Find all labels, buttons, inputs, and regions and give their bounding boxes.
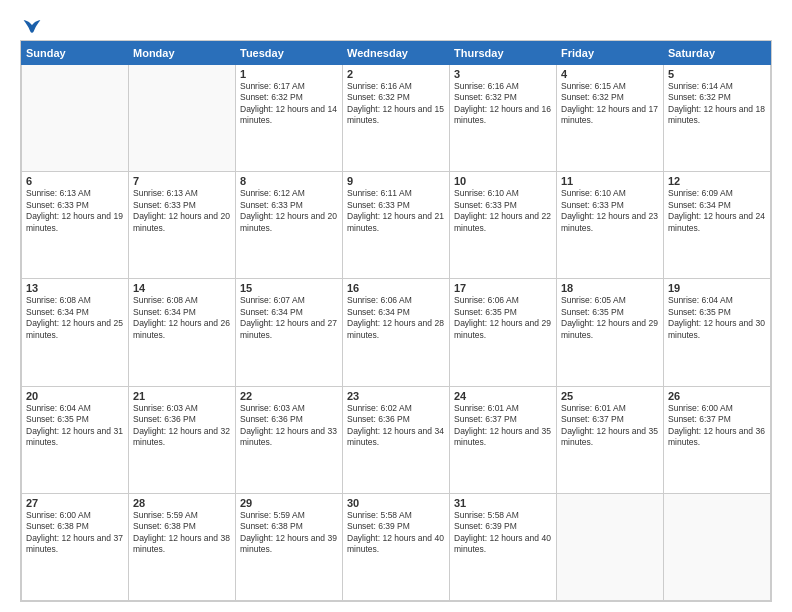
day-info: Sunrise: 6:10 AMSunset: 6:33 PMDaylight:… — [561, 188, 659, 234]
calendar-cell: 6Sunrise: 6:13 AMSunset: 6:33 PMDaylight… — [22, 172, 129, 279]
day-info: Sunrise: 6:12 AMSunset: 6:33 PMDaylight:… — [240, 188, 338, 234]
day-number: 21 — [133, 390, 231, 402]
logo-bird-icon — [22, 16, 42, 36]
day-info: Sunrise: 6:03 AMSunset: 6:36 PMDaylight:… — [240, 403, 338, 449]
day-info: Sunrise: 6:03 AMSunset: 6:36 PMDaylight:… — [133, 403, 231, 449]
calendar-cell: 19Sunrise: 6:04 AMSunset: 6:35 PMDayligh… — [664, 279, 771, 386]
calendar-cell: 18Sunrise: 6:05 AMSunset: 6:35 PMDayligh… — [557, 279, 664, 386]
calendar-cell: 5Sunrise: 6:14 AMSunset: 6:32 PMDaylight… — [664, 65, 771, 172]
day-number: 29 — [240, 497, 338, 509]
calendar-cell: 16Sunrise: 6:06 AMSunset: 6:34 PMDayligh… — [343, 279, 450, 386]
day-number: 5 — [668, 68, 766, 80]
col-monday: Monday — [129, 42, 236, 65]
day-info: Sunrise: 6:16 AMSunset: 6:32 PMDaylight:… — [347, 81, 445, 127]
day-number: 16 — [347, 282, 445, 294]
calendar-cell: 20Sunrise: 6:04 AMSunset: 6:35 PMDayligh… — [22, 386, 129, 493]
day-info: Sunrise: 6:09 AMSunset: 6:34 PMDaylight:… — [668, 188, 766, 234]
day-info: Sunrise: 6:11 AMSunset: 6:33 PMDaylight:… — [347, 188, 445, 234]
day-number: 20 — [26, 390, 124, 402]
page: Sunday Monday Tuesday Wednesday Thursday… — [0, 0, 792, 612]
calendar-cell: 12Sunrise: 6:09 AMSunset: 6:34 PMDayligh… — [664, 172, 771, 279]
day-number: 30 — [347, 497, 445, 509]
calendar-cell: 14Sunrise: 6:08 AMSunset: 6:34 PMDayligh… — [129, 279, 236, 386]
calendar-cell: 30Sunrise: 5:58 AMSunset: 6:39 PMDayligh… — [343, 493, 450, 600]
calendar-cell: 31Sunrise: 5:58 AMSunset: 6:39 PMDayligh… — [450, 493, 557, 600]
col-friday: Friday — [557, 42, 664, 65]
header-row: Sunday Monday Tuesday Wednesday Thursday… — [22, 42, 771, 65]
day-info: Sunrise: 6:14 AMSunset: 6:32 PMDaylight:… — [668, 81, 766, 127]
day-number: 2 — [347, 68, 445, 80]
day-number: 19 — [668, 282, 766, 294]
day-info: Sunrise: 6:13 AMSunset: 6:33 PMDaylight:… — [133, 188, 231, 234]
calendar-cell: 8Sunrise: 6:12 AMSunset: 6:33 PMDaylight… — [236, 172, 343, 279]
calendar-cell — [22, 65, 129, 172]
calendar-cell: 2Sunrise: 6:16 AMSunset: 6:32 PMDaylight… — [343, 65, 450, 172]
calendar-cell: 28Sunrise: 5:59 AMSunset: 6:38 PMDayligh… — [129, 493, 236, 600]
calendar-cell: 1Sunrise: 6:17 AMSunset: 6:32 PMDaylight… — [236, 65, 343, 172]
day-info: Sunrise: 5:58 AMSunset: 6:39 PMDaylight:… — [347, 510, 445, 556]
day-number: 1 — [240, 68, 338, 80]
calendar-cell: 21Sunrise: 6:03 AMSunset: 6:36 PMDayligh… — [129, 386, 236, 493]
calendar-cell — [664, 493, 771, 600]
calendar-cell: 26Sunrise: 6:00 AMSunset: 6:37 PMDayligh… — [664, 386, 771, 493]
day-number: 17 — [454, 282, 552, 294]
week-row-1: 1Sunrise: 6:17 AMSunset: 6:32 PMDaylight… — [22, 65, 771, 172]
day-info: Sunrise: 6:08 AMSunset: 6:34 PMDaylight:… — [26, 295, 124, 341]
day-info: Sunrise: 6:17 AMSunset: 6:32 PMDaylight:… — [240, 81, 338, 127]
day-number: 4 — [561, 68, 659, 80]
day-info: Sunrise: 6:04 AMSunset: 6:35 PMDaylight:… — [668, 295, 766, 341]
calendar-cell: 9Sunrise: 6:11 AMSunset: 6:33 PMDaylight… — [343, 172, 450, 279]
day-number: 7 — [133, 175, 231, 187]
calendar-cell: 24Sunrise: 6:01 AMSunset: 6:37 PMDayligh… — [450, 386, 557, 493]
day-number: 9 — [347, 175, 445, 187]
week-row-2: 6Sunrise: 6:13 AMSunset: 6:33 PMDaylight… — [22, 172, 771, 279]
day-info: Sunrise: 6:01 AMSunset: 6:37 PMDaylight:… — [454, 403, 552, 449]
day-number: 26 — [668, 390, 766, 402]
calendar-table: Sunday Monday Tuesday Wednesday Thursday… — [21, 41, 771, 601]
day-info: Sunrise: 5:58 AMSunset: 6:39 PMDaylight:… — [454, 510, 552, 556]
day-info: Sunrise: 6:01 AMSunset: 6:37 PMDaylight:… — [561, 403, 659, 449]
day-number: 24 — [454, 390, 552, 402]
calendar-body: 1Sunrise: 6:17 AMSunset: 6:32 PMDaylight… — [22, 65, 771, 601]
day-info: Sunrise: 6:02 AMSunset: 6:36 PMDaylight:… — [347, 403, 445, 449]
day-number: 13 — [26, 282, 124, 294]
header — [20, 16, 772, 36]
day-info: Sunrise: 6:06 AMSunset: 6:35 PMDaylight:… — [454, 295, 552, 341]
day-number: 3 — [454, 68, 552, 80]
col-tuesday: Tuesday — [236, 42, 343, 65]
day-info: Sunrise: 6:13 AMSunset: 6:33 PMDaylight:… — [26, 188, 124, 234]
day-info: Sunrise: 6:00 AMSunset: 6:37 PMDaylight:… — [668, 403, 766, 449]
week-row-5: 27Sunrise: 6:00 AMSunset: 6:38 PMDayligh… — [22, 493, 771, 600]
day-number: 22 — [240, 390, 338, 402]
calendar-cell — [557, 493, 664, 600]
day-number: 25 — [561, 390, 659, 402]
calendar-cell — [129, 65, 236, 172]
calendar-cell: 13Sunrise: 6:08 AMSunset: 6:34 PMDayligh… — [22, 279, 129, 386]
col-saturday: Saturday — [664, 42, 771, 65]
calendar-cell: 17Sunrise: 6:06 AMSunset: 6:35 PMDayligh… — [450, 279, 557, 386]
day-info: Sunrise: 6:05 AMSunset: 6:35 PMDaylight:… — [561, 295, 659, 341]
day-number: 14 — [133, 282, 231, 294]
day-number: 15 — [240, 282, 338, 294]
col-sunday: Sunday — [22, 42, 129, 65]
day-number: 31 — [454, 497, 552, 509]
day-number: 10 — [454, 175, 552, 187]
day-number: 28 — [133, 497, 231, 509]
day-info: Sunrise: 5:59 AMSunset: 6:38 PMDaylight:… — [240, 510, 338, 556]
calendar-cell: 22Sunrise: 6:03 AMSunset: 6:36 PMDayligh… — [236, 386, 343, 493]
day-number: 6 — [26, 175, 124, 187]
week-row-4: 20Sunrise: 6:04 AMSunset: 6:35 PMDayligh… — [22, 386, 771, 493]
day-info: Sunrise: 6:15 AMSunset: 6:32 PMDaylight:… — [561, 81, 659, 127]
day-number: 27 — [26, 497, 124, 509]
calendar-cell: 25Sunrise: 6:01 AMSunset: 6:37 PMDayligh… — [557, 386, 664, 493]
day-info: Sunrise: 6:06 AMSunset: 6:34 PMDaylight:… — [347, 295, 445, 341]
calendar-header: Sunday Monday Tuesday Wednesday Thursday… — [22, 42, 771, 65]
day-info: Sunrise: 6:04 AMSunset: 6:35 PMDaylight:… — [26, 403, 124, 449]
day-info: Sunrise: 5:59 AMSunset: 6:38 PMDaylight:… — [133, 510, 231, 556]
calendar-cell: 23Sunrise: 6:02 AMSunset: 6:36 PMDayligh… — [343, 386, 450, 493]
day-info: Sunrise: 6:00 AMSunset: 6:38 PMDaylight:… — [26, 510, 124, 556]
calendar-cell: 29Sunrise: 5:59 AMSunset: 6:38 PMDayligh… — [236, 493, 343, 600]
calendar-cell: 4Sunrise: 6:15 AMSunset: 6:32 PMDaylight… — [557, 65, 664, 172]
calendar-cell: 10Sunrise: 6:10 AMSunset: 6:33 PMDayligh… — [450, 172, 557, 279]
day-number: 12 — [668, 175, 766, 187]
